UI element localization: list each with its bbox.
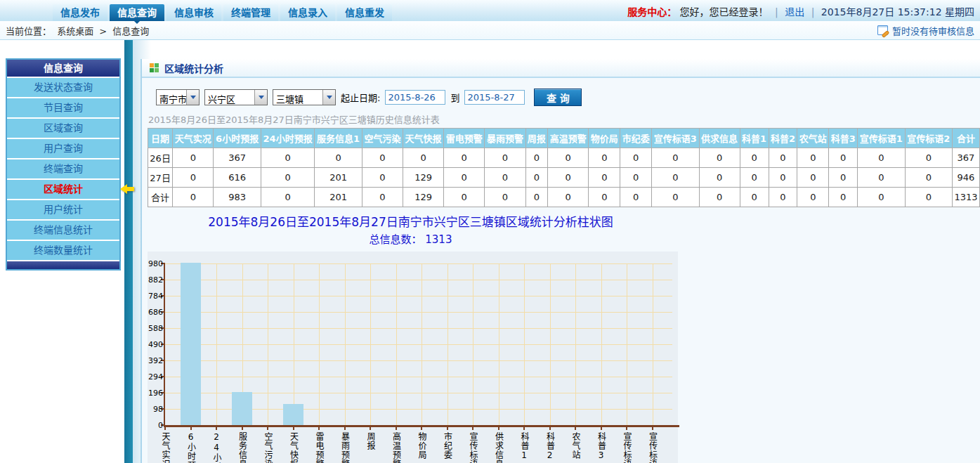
date-to-input[interactable] — [464, 90, 525, 105]
table-header: 日期天气实况6小时预报24小时预报服务信息1空气污染天气快报雷电预警暴雨预警周报… — [148, 129, 980, 148]
column-header: 供求信息 — [699, 129, 740, 148]
separator: | — [811, 6, 815, 18]
column-header: 空气污染 — [362, 129, 403, 148]
chevron-down-icon — [322, 90, 335, 105]
table-cell: 0 — [858, 148, 905, 168]
tab-info-publish[interactable]: 信息发布 — [53, 4, 107, 21]
table-cell: 0 — [485, 148, 525, 168]
city-select-value: 南宁市 — [157, 90, 186, 105]
sidebar-item-region-stats[interactable]: 区域统计 — [7, 178, 119, 199]
bar-5 — [283, 404, 303, 425]
table-cell: 0 — [261, 188, 315, 207]
table-cell: 0 — [548, 168, 589, 188]
grid-line-vertical — [268, 263, 268, 425]
x-axis-category-label: 高温预警 — [391, 432, 401, 463]
column-header: 天气快报 — [403, 129, 444, 148]
table-cell: 983 — [214, 188, 261, 207]
column-header: 物价局 — [589, 129, 620, 148]
table-cell: 0 — [444, 148, 485, 168]
breadcrumb-current: 信息查询 — [112, 26, 149, 37]
grid-line-vertical — [627, 263, 627, 425]
table-cell: 129 — [403, 188, 444, 207]
table-row: 合计098302010129000000000000001313 — [148, 188, 980, 207]
y-axis-tick-label: 686 — [148, 308, 163, 317]
tab-info-audit[interactable]: 信息审核 — [166, 4, 221, 21]
logout-link[interactable]: 退出 — [785, 6, 804, 18]
sidebar-item-program-query[interactable]: 节目查询 — [7, 97, 119, 117]
bar-chart: 098196294392490588686784882980天气实况6小时预报2… — [148, 252, 678, 463]
x-axis-category-label: 科普1 — [518, 432, 529, 461]
chart-subtitle: 总信息数： 1313 — [148, 231, 674, 246]
table-cell: 0 — [362, 188, 403, 207]
table-cell: 0 — [589, 188, 620, 207]
table-cell: 0 — [525, 148, 548, 168]
tab-info-resend[interactable]: 信息重发 — [337, 4, 392, 21]
table-cell: 0 — [769, 188, 797, 207]
city-select[interactable]: 南宁市 — [156, 89, 200, 105]
stats-blocks-icon — [150, 63, 159, 73]
table-cell: 0 — [740, 168, 769, 188]
tab-info-query[interactable]: 信息查询 — [110, 4, 164, 21]
table-cell: 合计 — [148, 188, 173, 207]
town-select[interactable]: 三塘镇 — [273, 89, 336, 105]
column-header: 科普1 — [740, 129, 769, 148]
sidebar-item-region-query[interactable]: 区域查询 — [7, 117, 119, 138]
grid-line-vertical — [550, 263, 551, 425]
x-axis-category-label: 天气实况 — [159, 432, 170, 463]
y-axis-tick-label: 490 — [148, 340, 163, 349]
tab-info-entry[interactable]: 信息录入 — [280, 4, 335, 21]
table-header-row: 日期天气实况6小时预报24小时预报服务信息1空气污染天气快报雷电预警暴雨预警周报… — [148, 129, 980, 148]
sidebar-item-send-status-query[interactable]: 发送状态查询 — [7, 77, 119, 97]
column-header: 服务信息1 — [315, 129, 362, 148]
x-axis-category-label: 周报 — [365, 432, 375, 450]
x-axis-tick — [447, 427, 448, 430]
x-axis-tick — [164, 427, 166, 430]
table-cell: 0 — [652, 188, 699, 207]
tab-terminal-manage[interactable]: 终端管理 — [223, 4, 278, 21]
x-axis-tick — [652, 427, 653, 430]
y-axis-tick-label: 980 — [148, 259, 163, 268]
x-axis-category-label: 6小时预报 — [185, 432, 196, 463]
table-cell: 0 — [797, 188, 829, 207]
grid-line-horizontal — [165, 263, 672, 264]
collapse-sidebar-arrow-icon[interactable] — [120, 184, 136, 194]
grid-line-vertical — [396, 263, 397, 425]
grid-line-horizontal — [165, 360, 672, 361]
breadcrumb-path[interactable]: 系统桌面 — [57, 26, 93, 37]
sidebar-item-terminal-query[interactable]: 终端查询 — [7, 158, 119, 178]
table-cell: 201 — [315, 168, 362, 188]
table-cell: 616 — [214, 168, 261, 188]
sidebar-item-user-query[interactable]: 用户查询 — [7, 138, 119, 158]
audit-notice-text: 暂时没有待审核信息 — [892, 24, 974, 37]
table-cell: 0 — [548, 188, 589, 207]
x-axis-tick — [370, 427, 371, 430]
bar-1 — [181, 263, 201, 425]
query-button[interactable]: 查 询 — [534, 89, 582, 106]
grid-line-vertical — [319, 263, 320, 425]
table-cell: 0 — [589, 168, 620, 188]
sidebar-footer — [7, 260, 119, 269]
chevron-down-icon — [186, 90, 199, 105]
x-axis-tick — [396, 427, 397, 430]
sidebar-item-terminal-info-stats[interactable]: 终端信息统计 — [7, 219, 119, 240]
grid-line-horizontal — [165, 280, 672, 280]
sidebar: 信息查询 发送状态查询节目查询区域查询用户查询终端查询区域统计用户统计终端信息统… — [6, 58, 121, 270]
grid-line-horizontal — [165, 377, 672, 377]
sidebar-item-terminal-count-stats[interactable]: 终端数量统计 — [7, 240, 119, 260]
grid-line-vertical — [524, 263, 525, 425]
table-cell: 0 — [485, 188, 525, 207]
table-cell: 0 — [905, 188, 952, 207]
table-caption: 2015年8月26日至2015年8月27日南宁市兴宁区三塘镇历史信息统计表 — [148, 112, 980, 126]
table-cell: 0 — [444, 188, 485, 207]
table-cell: 0 — [589, 148, 620, 168]
panel-header: 区域统计分析 — [142, 59, 980, 78]
x-axis-tick — [472, 427, 473, 430]
table-cell: 0 — [740, 188, 769, 207]
x-axis-tick — [523, 427, 525, 430]
date-from-input[interactable] — [385, 90, 445, 105]
stats-table: 日期天气实况6小时预报24小时预报服务信息1空气污染天气快报雷电预警暴雨预警周报… — [148, 128, 980, 207]
x-axis-tick — [575, 427, 576, 430]
district-select[interactable]: 兴宁区 — [204, 89, 268, 105]
sidebar-item-user-stats[interactable]: 用户统计 — [7, 199, 119, 219]
table-row: 26日0367000000000000000000367 — [148, 148, 980, 168]
